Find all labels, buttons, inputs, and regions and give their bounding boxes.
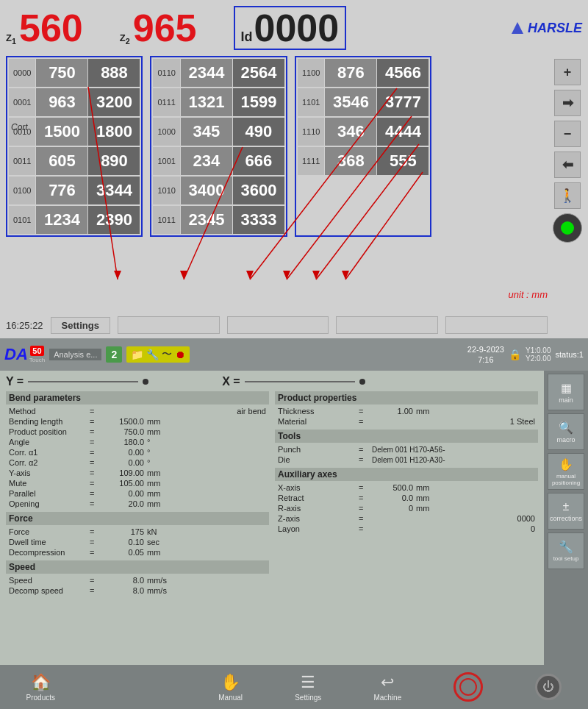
yaxis-value: 109.00	[100, 468, 144, 477]
list-item: 0110	[153, 59, 179, 87]
wave-icon[interactable]: 〜	[162, 348, 172, 361]
arrow-left-button[interactable]: ⬅	[554, 152, 581, 178]
bending-label: Bending length	[9, 417, 90, 426]
layon-label: Layon	[278, 524, 359, 533]
zaxis-value: 0000	[369, 514, 535, 523]
cursor-icon: ✋	[559, 457, 573, 471]
nav-machine-label: Machine	[373, 694, 401, 702]
minus-button[interactable]: −	[554, 121, 581, 147]
nav-circle-inner	[459, 678, 477, 696]
opening-label: Opening	[9, 499, 90, 508]
retract-unit: mm	[413, 494, 535, 502]
opening-value: 20.0	[100, 499, 144, 508]
list-item: 2564	[233, 59, 284, 87]
status-green-button[interactable]	[553, 213, 582, 243]
da-badge[interactable]: 2	[106, 346, 122, 363]
list-item: 4444	[377, 118, 429, 146]
xaxis-label: X-axis	[278, 483, 359, 492]
param-punch: Punch = Delem 001 H170-A56-	[275, 444, 538, 455]
harsle-icon	[510, 21, 525, 35]
thickness-value: 1.00	[369, 407, 413, 416]
xaxis-unit: mm	[413, 483, 535, 492]
da-topbar: DA 50 Touch Analysis e... 2 📁 🔧 〜 ⏺ 22-9…	[0, 338, 588, 371]
list-item: 3546	[325, 88, 376, 116]
raxis-unit: mm	[413, 504, 535, 513]
nav-power-btn[interactable]: ⏻	[535, 674, 562, 700]
plus-button[interactable]: +	[554, 59, 581, 85]
list-item: 3600	[233, 177, 284, 204]
list-item: 490	[233, 118, 284, 146]
svg-marker-12	[342, 271, 349, 279]
list-item: 605	[36, 147, 87, 175]
speed-unit: mm/s	[144, 576, 266, 585]
nav-manual-label: Manual	[218, 694, 243, 702]
decomp-speed-label: Decomp speed	[9, 586, 90, 595]
param-zaxis: Z-axis = 0000	[275, 513, 538, 524]
list-item: 346	[325, 118, 376, 146]
corr-a1-unit: °	[144, 448, 266, 457]
blank-btn-2[interactable]	[227, 316, 329, 334]
settings-button[interactable]: Settings	[51, 317, 110, 334]
product-pos-unit: mm	[144, 427, 266, 436]
col2-ids: 0110 0111 1000 1001 1010 1011	[153, 59, 179, 234]
da-status: status:1	[555, 350, 584, 359]
bending-value: 1500.0	[100, 417, 144, 426]
list-item: 890	[88, 147, 140, 175]
wrench-icon[interactable]: 🔧	[146, 349, 159, 360]
sidebar-btn-macro[interactable]: 🔍 macro	[548, 413, 584, 450]
blank-btn-3[interactable]	[336, 316, 438, 334]
bending-unit: mm	[144, 417, 266, 426]
time-display: 16:25:22	[6, 320, 43, 331]
sidebar-btn-manual[interactable]: ✋ manual positioning	[548, 453, 584, 490]
manual-icon: ✋	[220, 673, 240, 692]
list-item: 3333	[233, 206, 284, 234]
parallel-value: 0.00	[100, 489, 144, 498]
sidebar-label-corrections: corrections	[550, 515, 582, 522]
col3-v1: 876 3546 346 368	[325, 59, 376, 234]
x-dot	[359, 379, 365, 385]
nav-settings[interactable]: ☰ Settings	[295, 673, 321, 702]
da-date: 22-9-2023	[467, 344, 504, 354]
list-item: 3344	[88, 177, 140, 204]
arrow-right-button[interactable]: ➡	[554, 90, 581, 116]
method-value: air bend	[100, 407, 266, 416]
sidebar-btn-corrections[interactable]: ± corrections	[548, 493, 584, 530]
y2-coord: Y2:0.00	[526, 354, 551, 363]
record-icon[interactable]: ⏺	[175, 349, 185, 360]
blank-btn-4[interactable]	[445, 316, 548, 334]
sidebar-btn-toolsetup[interactable]: 🔧 tool setup	[548, 532, 584, 569]
param-dwell: Dwell time = 0.10 sec	[6, 537, 269, 547]
list-item: 876	[325, 59, 376, 87]
nav-machine[interactable]: ↩ Machine	[373, 673, 401, 702]
list-item: 963	[36, 88, 87, 116]
da-right-sidebar: ▦ main 🔍 macro ✋ manual positioning ± co…	[544, 371, 588, 709]
nav-red-circle[interactable]	[453, 672, 483, 702]
sidebar-btn-main[interactable]: ▦ main	[548, 374, 584, 410]
folder-icon[interactable]: 📁	[131, 349, 143, 360]
speed-value: 8.0	[100, 576, 144, 585]
col1-ids: 0000 0001 0010 0011 0100 0101	[9, 59, 35, 234]
list-item: 1010	[153, 177, 179, 204]
param-die: Die = Delem 001 H120-A30-	[275, 455, 538, 465]
list-item: 776	[36, 177, 87, 204]
param-layon: Layon = 0	[275, 524, 538, 534]
svg-marker-6	[246, 271, 254, 279]
da-text: DA	[4, 345, 28, 364]
da-logo: DA 50 Touch	[4, 345, 45, 364]
z2-group: Z2 965	[120, 9, 197, 47]
sidebar-label-manual: manual positioning	[548, 473, 584, 486]
method-label: Method	[9, 407, 90, 416]
col2-v1: 2344 1321 345 234 3400 2345	[181, 59, 232, 234]
list-item: 1011	[153, 206, 179, 234]
retract-label: Retract	[278, 494, 359, 502]
blank-btn-1[interactable]	[118, 316, 220, 334]
list-item: 1800	[88, 118, 140, 146]
person-icon-button[interactable]: 🚶	[554, 182, 581, 209]
nav-manual[interactable]: ✋ Manual	[218, 673, 243, 702]
nav-products[interactable]: 🏠 Products	[26, 673, 55, 702]
list-item: 555	[377, 147, 429, 175]
harsle-text: HARSLE	[528, 21, 582, 36]
da-bottom-nav: 🏠 Products ✋ Manual ☰ Settings ↩ Machine…	[0, 665, 588, 709]
da-time: 7:16	[467, 354, 504, 365]
svg-marker-2	[114, 271, 121, 279]
